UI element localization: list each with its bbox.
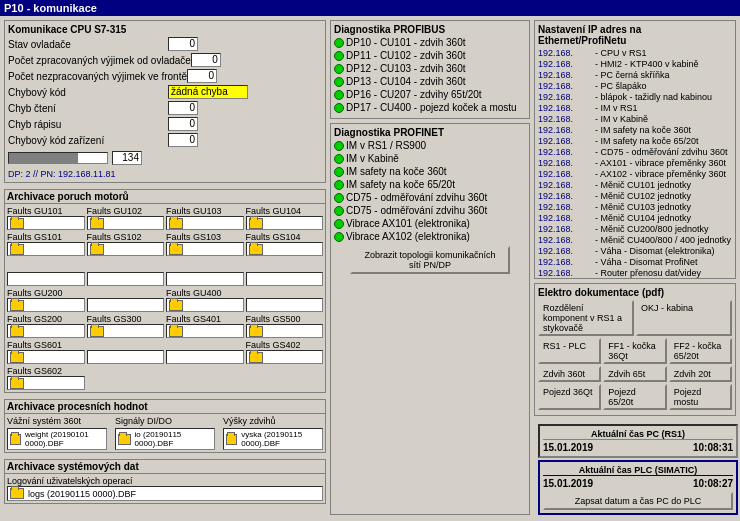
profibus-title: Diagnostika PROFIBUS (334, 24, 526, 35)
fault-item: Faults GS101 (7, 232, 85, 256)
process-archive-item: Vážní systém 360t weight (20190101 0000)… (7, 416, 107, 450)
slider-track (8, 152, 108, 164)
plc-time-box: Aktuální čas PLC (SIMATIC) 15.01.2019 10… (538, 460, 738, 515)
electro-doc-btn[interactable]: OKJ - kabina (636, 300, 732, 336)
electro-doc-btn[interactable]: Zdvih 65t (603, 366, 666, 382)
folder-icon (10, 218, 24, 229)
electro-doc-btn[interactable]: Rozdělení komponent v RS1 a stykovačě (538, 300, 634, 336)
led-icon (334, 232, 344, 242)
profinet-item: IM safety na koče 360t (334, 166, 526, 177)
ip-row: 192.168.- IM safety na koče 360t (538, 125, 732, 135)
ip-row: 192.168.- Router přenosu dat/videy (538, 268, 732, 278)
folder-icon-proc (118, 434, 131, 445)
led-icon (334, 64, 344, 74)
ip-row: 192.168.- Váha - Disomat (elektronika) (538, 246, 732, 256)
folder-icon-proc (10, 434, 21, 445)
fault-item: Faults GS500 (246, 314, 324, 338)
folder-icon (169, 326, 183, 337)
sync-time-btn[interactable]: Zapsat datum a čas PC do PLC (543, 492, 733, 510)
ip-row: 192.168.- blápok - tažidly nad kabinou (538, 92, 732, 102)
pc-time: 10:08:31 (693, 442, 733, 453)
folder-icon (90, 244, 104, 255)
archive-system-title: Archivace systémových dat (5, 460, 325, 474)
fault-item (166, 340, 244, 364)
folder-icon-proc (226, 434, 237, 445)
plc-time: 10:08:27 (693, 478, 733, 489)
fault-item (246, 262, 324, 286)
profibus-item: DP17 - CU400 - pojezd koček a mostu (334, 102, 526, 113)
ip-row: 192.168.- Měnič CU101 jednotky (538, 180, 732, 190)
fault-item: Faults GS401 (166, 314, 244, 338)
folder-icon (10, 244, 24, 255)
ip-settings-title: Nastavení IP adres na Ethernet/ProfiNetu (538, 24, 732, 46)
ip-row: 192.168.- Váha - Disomat ProfiNet (538, 257, 732, 267)
profinet-item: IM safety na koče 65/20t (334, 179, 526, 190)
folder-icon (249, 326, 263, 337)
fault-item: Faults GS200 (7, 314, 85, 338)
pc-time-box: Aktuální čas PC (RS1) 15.01.2019 10:08:3… (538, 424, 738, 458)
folder-icon (10, 326, 24, 337)
profinet-item: CD75 - odměřování zdvihu 360t (334, 205, 526, 216)
led-icon (334, 77, 344, 87)
fault-item: Faults GS402 (246, 340, 324, 364)
process-archive-item: Signály DI/DO io (20190115 0000).DBF (115, 416, 215, 450)
archive-process-title: Archivace procesních hodnot (5, 400, 325, 414)
led-icon (334, 90, 344, 100)
electro-doc-btn[interactable]: Pojezd mostu (669, 384, 732, 410)
led-icon (334, 219, 344, 229)
folder-icon (249, 352, 263, 363)
folder-icon (90, 218, 104, 229)
fault-item: Faults GU101 (7, 206, 85, 230)
electro-doc-btn[interactable]: Pojezd 65/20t (603, 384, 666, 410)
ip-row: 192.168.- CPU v RS1 (538, 48, 732, 58)
electro-doc-btn[interactable]: RS1 - PLC (538, 338, 601, 364)
electro-doc-btn[interactable]: Zdvih 20t (669, 366, 732, 382)
folder-icon (90, 326, 104, 337)
ip-row: 192.168.- PC šlapáko (538, 81, 732, 91)
profinet-title: Diagnostika PROFINET (334, 127, 526, 138)
ip-row: 192.168.- PC černá skříňka (538, 70, 732, 80)
show-topology-btn[interactable]: Zobrazit topologii komunikačních sítí PN… (350, 246, 510, 274)
ip-row: 192.168.- Měnič CU104 jednotky (538, 213, 732, 223)
fault-item: Faults GU103 (166, 206, 244, 230)
fault-item: Faults GS102 (87, 232, 165, 256)
led-icon (334, 38, 344, 48)
folder-icon (249, 218, 263, 229)
folder-icon (169, 244, 183, 255)
led-icon (334, 103, 344, 113)
profibus-item: DP16 - CU207 - zdvihy 65t/20t (334, 89, 526, 100)
profinet-item: Vibrace AX101 (elektronika) (334, 218, 526, 229)
led-icon (334, 154, 344, 164)
profinet-item: CD75 - odměřování zdvihu 360t (334, 192, 526, 203)
fault-item: Faults GS103 (166, 232, 244, 256)
profibus-item: DP11 - CU102 - zdvih 360t (334, 50, 526, 61)
ip-row: 192.168.- Měnič CU103 jednotky (538, 202, 732, 212)
electro-docs-title: Elektro dokumentace (pdf) (538, 287, 732, 298)
cpu-row: Počet zpracovaných výjimek od ovladače0 (8, 53, 322, 67)
fault-item (166, 262, 244, 286)
profibus-item: DP13 - CU104 - zdvih 360t (334, 76, 526, 87)
led-icon (334, 141, 344, 151)
fault-item: Faults GS601 (7, 340, 85, 364)
electro-doc-btn[interactable]: FF2 - kočka 65/20t (669, 338, 732, 364)
archive-motors-title: Archivace poruch motorů (5, 190, 325, 204)
profinet-item: IM v Kabině (334, 153, 526, 164)
electro-doc-btn[interactable]: Zdvih 360t (538, 366, 601, 382)
folder-icon (10, 352, 24, 363)
fault-item: Faults GU104 (246, 206, 324, 230)
fault-item (87, 340, 165, 364)
cpu-row: Chybový kód zařízení0 (8, 133, 322, 147)
fault-item: Faults GU200 (7, 288, 85, 312)
cpu-row: Chyb čtení0 (8, 101, 322, 115)
cpu-row: Stav ovladače0 (8, 37, 322, 51)
ip-row: 192.168.- IM v Kabině (538, 114, 732, 124)
fault-item: Faults GS300 (87, 314, 165, 338)
dp-info: DP: 2 // PN: 192.168.11.81 (8, 169, 322, 179)
slider-value: 134 (112, 151, 142, 165)
plc-date: 15.01.2019 (543, 478, 593, 489)
electro-doc-btn[interactable]: FF1 - kočka 36Qt (603, 338, 666, 364)
led-icon (334, 180, 344, 190)
title-bar: P10 - komunikace (0, 0, 740, 16)
electro-doc-btn[interactable]: Pojezd 36Qt (538, 384, 601, 410)
led-icon (334, 206, 344, 216)
